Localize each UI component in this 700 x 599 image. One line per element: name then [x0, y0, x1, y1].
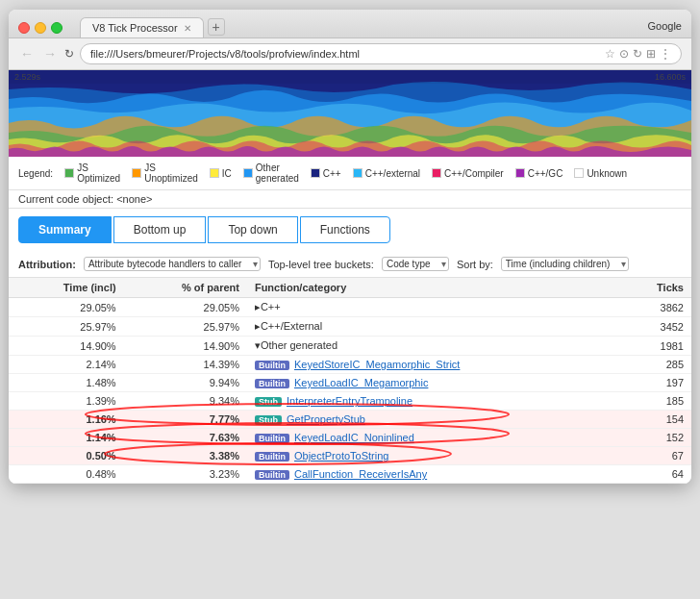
- ic-color: [210, 168, 219, 178]
- sort-select[interactable]: Time (including children): [501, 257, 629, 271]
- traffic-lights: [18, 22, 62, 34]
- url-text: file:///Users/bmeurer/Projects/v8/tools/…: [90, 48, 601, 60]
- cell-time: 25.97%: [9, 317, 124, 337]
- cell-func: Stub InterpreterEntryTrampoline: [247, 392, 620, 411]
- func-link[interactable]: CallFunction_ReceiverIsAny: [294, 468, 427, 480]
- cell-ticks: 285: [620, 356, 691, 374]
- new-tab-button[interactable]: +: [208, 18, 225, 36]
- address-bar: ← → ↻ file:///Users/bmeurer/Projects/v8/…: [9, 38, 691, 70]
- cell-func: ▸C++/External: [247, 317, 620, 337]
- cpp-ext-label: C++/external: [365, 168, 420, 179]
- refresh-button[interactable]: ↻: [64, 47, 74, 61]
- cell-time: 29.05%: [9, 298, 124, 317]
- tree-buckets-select[interactable]: Code type: [382, 257, 449, 271]
- browser-tab[interactable]: V8 Tick Processor ✕: [80, 17, 204, 37]
- cell-ticks: 67: [620, 447, 691, 465]
- legend-cpp-compiler: C++/Compiler: [432, 168, 504, 179]
- controls-bar: Attribution: Attribute bytecode handlers…: [9, 251, 691, 278]
- star-icon[interactable]: ☆: [605, 47, 615, 61]
- current-code-label: Current code object:: [18, 193, 113, 205]
- cpp-label: C++: [323, 168, 341, 179]
- table-row: 0.48% 3.23% Builtin CallFunction_Receive…: [9, 465, 691, 484]
- other-gen-label: Othergenerated: [256, 162, 299, 184]
- close-button[interactable]: [18, 22, 30, 34]
- cell-ticks: 197: [620, 374, 691, 392]
- cell-ticks: 3862: [620, 298, 691, 317]
- cell-ticks: 1981: [620, 337, 691, 356]
- data-table: Time (incl) % of parent Function/categor…: [9, 278, 691, 484]
- unknown-color: [574, 168, 584, 178]
- attribution-select[interactable]: Attribute bytecode handlers to caller: [84, 257, 261, 271]
- maximize-button[interactable]: [51, 22, 62, 34]
- legend-ic: IC: [210, 168, 232, 179]
- legend-other-generated: Othergenerated: [243, 162, 299, 184]
- cell-func: Builtin KeyedLoadIC_Noninlined: [247, 429, 620, 447]
- tab-close-icon[interactable]: ✕: [184, 23, 191, 34]
- cell-ticks: 154: [620, 411, 691, 429]
- col-header-ticks: Ticks: [620, 278, 691, 298]
- cell-func: Builtin KeyedStoreIC_Megamorphic_Strict: [247, 356, 620, 374]
- refresh-small-icon[interactable]: ↻: [633, 47, 642, 61]
- cell-time: 1.48%: [9, 374, 124, 392]
- current-code-bar: Current code object: <none>: [9, 190, 691, 209]
- tab-bottom-up[interactable]: Bottom up: [113, 216, 207, 243]
- minimize-button[interactable]: [35, 22, 46, 34]
- cell-func: Builtin KeyedLoadIC_Megamorphic: [247, 374, 620, 392]
- table-row: 14.90% 14.90% ▾Other generated 1981: [9, 337, 691, 356]
- forward-button[interactable]: →: [41, 46, 59, 62]
- cell-func: Stub GetPropertyStub: [247, 411, 620, 429]
- browser-search-label: Google: [648, 20, 682, 36]
- func-label: ▾Other generated: [255, 339, 338, 351]
- func-link[interactable]: ObjectProtoToString: [294, 450, 388, 462]
- func-link[interactable]: KeyedLoadIC_Megamorphic: [294, 377, 428, 388]
- end-time: 16.600s: [655, 72, 686, 82]
- cell-pct: 29.05%: [124, 298, 247, 317]
- tab-summary[interactable]: Summary: [18, 216, 112, 243]
- start-time: 2.529s: [14, 72, 40, 82]
- cell-time: 2.14%: [9, 356, 124, 374]
- col-header-function: Function/category: [247, 278, 620, 298]
- func-link[interactable]: InterpreterEntryTrampoline: [287, 395, 412, 407]
- cell-time: 14.90%: [9, 337, 124, 356]
- legend-js-optimized: JSOptimized: [64, 162, 120, 184]
- tab-functions[interactable]: Functions: [300, 216, 390, 243]
- ic-label: IC: [222, 168, 232, 179]
- cell-ticks: 64: [620, 465, 691, 484]
- tab-bar: V8 Tick Processor ✕ +: [80, 17, 640, 37]
- cell-func: ▸C++: [247, 298, 620, 317]
- url-bar[interactable]: file:///Users/bmeurer/Projects/v8/tools/…: [80, 43, 682, 64]
- menu-icon[interactable]: ⋮: [660, 47, 671, 61]
- opera-icon: ⊙: [619, 47, 629, 61]
- table-body: 29.05% 29.05% ▸C++ 3862 25.97% 25.97% ▸C…: [9, 298, 691, 484]
- func-link[interactable]: GetPropertyStub: [287, 413, 365, 425]
- cpp-color: [311, 168, 320, 178]
- table-row: 0.50% 3.38% Builtin ObjectProtoToString …: [9, 447, 691, 465]
- tab-top-down[interactable]: Top down: [208, 216, 297, 243]
- js-unopt-label: JSUnoptimized: [144, 162, 198, 184]
- legend-cpp: C++: [311, 168, 341, 179]
- func-label: ▸C++/External: [255, 320, 322, 332]
- browser-window: V8 Tick Processor ✕ + Google ← → ↻ file:…: [9, 10, 691, 484]
- table-row: 1.48% 9.94% Builtin KeyedLoadIC_Megamorp…: [9, 374, 691, 392]
- bookmark-icon[interactable]: ⊞: [646, 47, 656, 61]
- legend-js-unoptimized: JSUnoptimized: [132, 162, 198, 184]
- tag-builtin: Builtin: [255, 361, 289, 370]
- sort-label: Sort by:: [457, 259, 493, 270]
- page-content: 2.529s 16.600s: [9, 70, 691, 484]
- cell-pct: 25.97%: [124, 317, 247, 337]
- cpp-ext-color: [353, 168, 362, 178]
- attribution-select-wrapper[interactable]: Attribute bytecode handlers to caller: [84, 257, 261, 271]
- main-tabs: Summary Bottom up Top down Functions: [9, 209, 691, 251]
- cell-pct: 14.90%: [124, 337, 247, 356]
- legend-unknown: Unknown: [574, 168, 627, 179]
- cell-func: Builtin ObjectProtoToString: [247, 447, 620, 465]
- legend-cpp-gc: C++/GC: [515, 168, 563, 179]
- back-button[interactable]: ←: [18, 46, 36, 62]
- cell-ticks: 185: [620, 392, 691, 411]
- sort-select-wrapper[interactable]: Time (including children): [501, 257, 629, 271]
- func-link[interactable]: KeyedStoreIC_Megamorphic_Strict: [294, 359, 460, 370]
- func-link[interactable]: KeyedLoadIC_Noninlined: [294, 432, 414, 443]
- other-gen-color: [243, 168, 253, 178]
- tree-buckets-select-wrapper[interactable]: Code type: [382, 257, 449, 271]
- legend: Legend: JSOptimized JSUnoptimized IC Oth…: [9, 157, 691, 190]
